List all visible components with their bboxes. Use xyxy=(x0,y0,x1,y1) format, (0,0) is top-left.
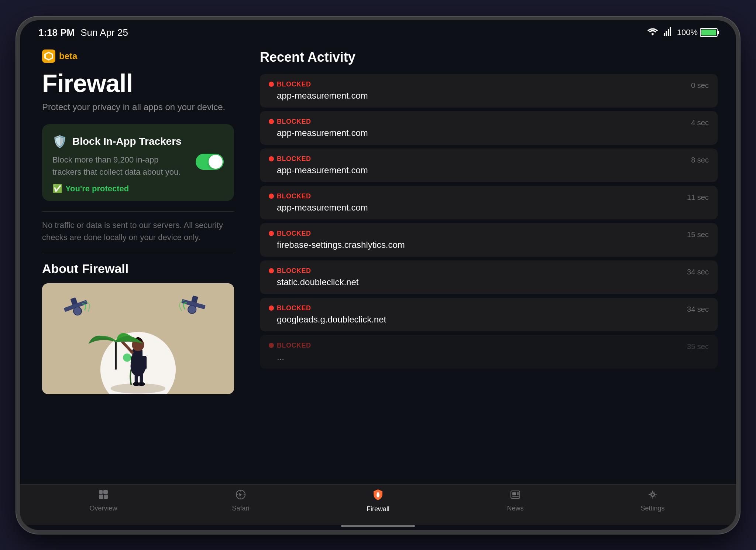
status-date: Sun Apr 25 xyxy=(80,27,128,38)
svg-rect-0 xyxy=(664,33,665,36)
status-time: 1:18 PM xyxy=(38,27,75,38)
activity-item-2: BLOCKED app-measurement.com 8 sec xyxy=(260,148,718,182)
check-icon: ✅ xyxy=(52,184,62,194)
about-title: About Firewall xyxy=(42,262,234,276)
cell-icon xyxy=(664,27,671,38)
tab-safari[interactable]: Safari xyxy=(219,489,263,512)
battery-percent: 100% xyxy=(677,28,698,37)
blocked-dot xyxy=(269,194,274,199)
tab-overview[interactable]: Overview xyxy=(81,489,126,512)
svg-rect-1 xyxy=(666,31,667,36)
recent-activity-title: Recent Activity xyxy=(260,49,718,65)
activity-domain: static.doubleclick.net xyxy=(269,277,681,287)
block-description: Block more than 9,200 in-app trackers th… xyxy=(52,154,187,178)
tab-news-label: News xyxy=(507,505,523,512)
activity-domain: app-measurement.com xyxy=(269,202,681,213)
privacy-note: No traffic or data is sent to our server… xyxy=(42,219,234,243)
block-trackers-card: 🛡️ Block In-App Trackers Block more than… xyxy=(42,124,234,201)
divider xyxy=(42,211,234,212)
tab-firewall-label: Firewall xyxy=(367,505,389,513)
divider-2 xyxy=(42,254,234,254)
svg-marker-36 xyxy=(238,492,242,496)
activity-time: 11 sec xyxy=(687,192,709,202)
blocked-dot xyxy=(269,119,274,124)
blocked-label: BLOCKED xyxy=(277,230,311,238)
blocked-dot xyxy=(269,305,274,311)
activity-time: 34 sec xyxy=(687,304,709,314)
tab-bar: Overview Safari xyxy=(20,484,736,525)
tab-overview-label: Overview xyxy=(89,505,117,512)
svg-point-16 xyxy=(123,353,131,361)
blocked-label: BLOCKED xyxy=(277,118,311,126)
tab-firewall[interactable]: Firewall xyxy=(356,489,400,513)
blocked-dot xyxy=(269,82,274,87)
svg-rect-3 xyxy=(670,27,671,36)
blocked-dot xyxy=(269,156,274,161)
app-logo: beta xyxy=(42,49,234,63)
activity-domain: googleads.g.doubleclick.net xyxy=(269,314,681,325)
status-bar: 1:18 PM Sun Apr 25 xyxy=(20,20,736,42)
protected-badge: ✅ You're protected xyxy=(52,184,224,194)
activity-item-1: BLOCKED app-measurement.com 4 sec xyxy=(260,111,718,145)
svg-rect-27 xyxy=(103,490,108,494)
svg-rect-29 xyxy=(104,495,108,499)
page-title: Firewall xyxy=(42,69,234,98)
activity-time: 8 sec xyxy=(691,155,709,164)
blocked-label: BLOCKED xyxy=(277,304,311,312)
blocked-dot xyxy=(269,268,274,273)
activity-domain: app-measurement.com xyxy=(269,90,685,101)
beta-label: beta xyxy=(59,51,77,61)
activity-domain: firebase-settings.crashlytics.com xyxy=(269,240,681,250)
activity-item-7: BLOCKED ... 35 sec xyxy=(260,335,718,369)
tab-bar-wrapper: Overview Safari xyxy=(20,484,736,530)
news-icon xyxy=(510,489,520,502)
screen: 1:18 PM Sun Apr 25 xyxy=(20,20,736,530)
firewall-icon xyxy=(372,489,384,503)
protected-text: You're protected xyxy=(65,184,129,194)
page-subtitle: Protect your privacy in all apps on your… xyxy=(42,102,234,112)
blocked-dot xyxy=(269,343,274,348)
blocked-label: BLOCKED xyxy=(277,267,311,275)
app-icon xyxy=(42,49,55,63)
tab-news[interactable]: News xyxy=(493,489,537,512)
svg-rect-20 xyxy=(135,373,138,383)
activity-item-6: BLOCKED googleads.g.doubleclick.net 34 s… xyxy=(260,298,718,331)
svg-point-23 xyxy=(138,382,145,386)
svg-rect-21 xyxy=(140,373,143,383)
left-panel: beta Firewall Protect your privacy in al… xyxy=(20,42,249,484)
activity-item-5: BLOCKED static.doubleclick.net 34 sec xyxy=(260,260,718,294)
blocked-label: BLOCKED xyxy=(277,342,311,349)
activity-time: 15 sec xyxy=(687,230,709,239)
activity-list: BLOCKED app-measurement.com 0 sec BLOCKE… xyxy=(260,74,718,369)
about-illustration xyxy=(42,283,234,394)
activity-time: 0 sec xyxy=(691,81,709,90)
blocked-label: BLOCKED xyxy=(277,192,311,200)
activity-item-3: BLOCKED app-measurement.com 11 sec xyxy=(260,186,718,219)
activity-domain: ... xyxy=(269,352,681,362)
block-title: Block In-App Trackers xyxy=(72,136,182,147)
overview-icon xyxy=(98,489,109,502)
block-icon: 🛡️ xyxy=(52,134,67,148)
svg-rect-38 xyxy=(512,492,516,495)
device-frame: 1:18 PM Sun Apr 25 xyxy=(16,17,740,534)
battery-icon xyxy=(700,28,718,37)
activity-time: 35 sec xyxy=(687,342,709,351)
main-content: beta Firewall Protect your privacy in al… xyxy=(20,42,736,484)
tab-settings[interactable]: Settings xyxy=(630,489,675,512)
safari-icon xyxy=(236,489,246,502)
blocked-label: BLOCKED xyxy=(277,81,311,88)
settings-icon xyxy=(647,489,658,502)
wifi-icon xyxy=(647,27,658,38)
svg-rect-2 xyxy=(668,29,669,36)
activity-time: 4 sec xyxy=(691,118,709,127)
activity-item-0: BLOCKED app-measurement.com 0 sec xyxy=(260,74,718,107)
svg-rect-26 xyxy=(99,490,103,494)
activity-time: 34 sec xyxy=(687,267,709,276)
tab-settings-label: Settings xyxy=(640,505,664,512)
battery-container: 100% xyxy=(677,28,718,37)
block-trackers-toggle[interactable] xyxy=(196,154,224,170)
home-indicator xyxy=(341,525,415,527)
blocked-label: BLOCKED xyxy=(277,155,311,163)
activity-domain: app-measurement.com xyxy=(269,128,685,138)
tab-safari-label: Safari xyxy=(232,505,249,512)
